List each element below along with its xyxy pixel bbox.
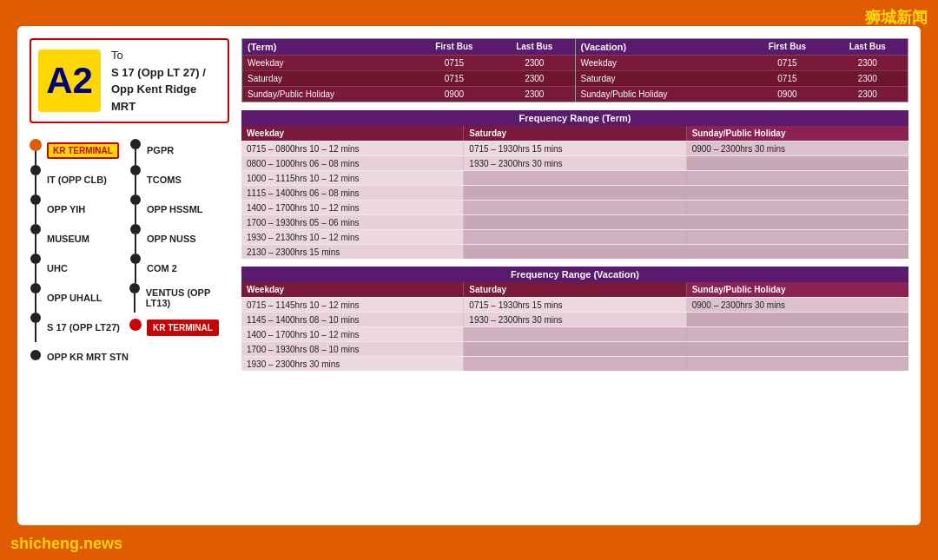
- freq-cell: [687, 357, 908, 371]
- freq-cell: [687, 327, 908, 341]
- stop-row: MUSEUM: [30, 224, 129, 254]
- freq-cell: [687, 215, 908, 229]
- stop-row: OPP HSSML: [129, 194, 229, 224]
- term-header: (Term) First Bus Last Bus: [242, 39, 575, 55]
- freq-vacation-header: Weekday Saturday Sunday/Public Holiday: [241, 282, 908, 297]
- stop-row: S 17 (OPP LT27): [30, 313, 129, 342]
- vac-row-saturday: Saturday 0715 2300: [576, 70, 908, 86]
- route-col-right: PGPR TCOMS OPP HSSML: [129, 135, 229, 372]
- stop-label-kr-terminal-end: KR TERMINAL: [147, 320, 219, 336]
- freq-cell: [464, 215, 686, 229]
- freq-cell: 0800 – 1000hrs 06 – 08 mins: [241, 156, 464, 170]
- freq-vac-col-weekday-header: Weekday: [241, 282, 464, 297]
- freq-cell: 0715 – 1930hrs 15 mins: [464, 142, 686, 155]
- freq-cell sunday-cell: 0900 – 2300hrs 30 mins: [687, 142, 908, 155]
- stop-dot: [130, 254, 141, 264]
- freq-cell: 1145 – 1400hrs 08 – 10 mins: [241, 313, 464, 326]
- sched-row-sunday: Sunday/Public Holiday 0900 2300: [242, 86, 575, 102]
- freq-term-row-7: 2130 – 2300hrs 15 mins: [241, 244, 908, 259]
- stop-label: PGPR: [147, 145, 174, 155]
- left-panel: A2 To S 17 (Opp LT 27) / Opp Kent Ridge …: [30, 38, 229, 513]
- freq-cell sunday-cell: 0900 – 2300hrs 30 mins: [687, 298, 908, 312]
- bus-header: A2 To S 17 (Opp LT 27) / Opp Kent Ridge …: [30, 38, 229, 123]
- stop-label: OPP UHALL: [47, 293, 102, 303]
- stop-row: OPP UHALL: [30, 283, 129, 313]
- right-panel: (Term) First Bus Last Bus Weekday 0715 2…: [241, 38, 908, 513]
- freq-vac-row-4: 1930 – 2300hrs 30 mins: [241, 356, 908, 371]
- freq-cell: 0715 – 1930hrs 15 mins: [464, 298, 686, 312]
- freq-cell: 1400 – 1700hrs 10 – 12 mins: [241, 201, 464, 214]
- stop-dot: [30, 350, 41, 360]
- freq-term-row-3: 1115 – 1400hrs 06 – 08 mins: [241, 185, 908, 200]
- freq-cell: 1700 – 1930hrs 05 – 06 mins: [241, 215, 464, 229]
- stop-row: VENTUS (OPP LT13): [129, 283, 229, 313]
- stop-dot: [30, 283, 41, 293]
- terminal-start-dot: [30, 139, 42, 151]
- stop-row: PGPR: [129, 135, 229, 165]
- stop-label: OPP YIH: [47, 204, 85, 214]
- stop-label: TCOMS: [147, 175, 182, 185]
- freq-term-header: Weekday Saturday Sunday/Public Holiday: [241, 126, 908, 141]
- freq-cell: [464, 171, 686, 185]
- stop-dot: [130, 139, 141, 149]
- stop-dot: [30, 165, 41, 175]
- freq-cell: 0715 – 0800hrs 10 – 12 mins: [241, 142, 464, 155]
- bus-badge: A2: [38, 49, 101, 112]
- freq-vac-row-3: 1700 – 1930hrs 08 – 10 mins: [241, 341, 908, 356]
- freq-cell: 1000 – 1115hrs 10 – 12 mins: [241, 171, 464, 185]
- stop-dot: [130, 165, 141, 175]
- vacation-half: (Vacation) First Bus Last Bus Weekday 07…: [576, 39, 908, 102]
- freq-cell: [687, 342, 908, 356]
- freq-cell: [687, 313, 908, 326]
- freq-col-weekday-header: Weekday: [241, 126, 464, 141]
- stop-row: TCOMS: [129, 165, 229, 194]
- freq-term-row-0: 0715 – 0800hrs 10 – 12 mins 0715 – 1930h…: [241, 141, 908, 155]
- stop-row: IT (OPP CLB): [30, 165, 129, 194]
- freq-cell: 1930 – 2300hrs 30 mins: [241, 357, 464, 371]
- route-map: KR TERMINAL IT (OPP CLB): [30, 135, 229, 372]
- freq-cell: [687, 230, 908, 244]
- stop-dot: [30, 313, 41, 323]
- sched-row-weekday: Weekday 0715 2300: [242, 55, 575, 70]
- stop-label: OPP HSSML: [147, 204, 203, 214]
- freq-cell: [464, 201, 686, 214]
- freq-vac-col-saturday-header: Saturday: [464, 282, 686, 297]
- freq-term-title: Frequency Range (Term): [241, 110, 908, 126]
- stop-row: KR TERMINAL: [30, 135, 129, 165]
- vac-row-weekday: Weekday 0715 2300: [576, 55, 908, 70]
- freq-cell: [464, 186, 686, 200]
- freq-cell: [464, 245, 686, 259]
- freq-vacation-section: Frequency Range (Vacation) Weekday Satur…: [241, 267, 908, 371]
- stop-label: IT (OPP CLB): [47, 175, 107, 185]
- watermark-top: 狮城新闻: [865, 7, 928, 28]
- freq-cell: [464, 357, 686, 371]
- freq-cell: 1930 – 2300hrs 30 mins: [464, 156, 686, 170]
- vac-row-sunday: Sunday/Public Holiday 0900 2300: [576, 86, 908, 102]
- stop-row: KR TERMINAL: [129, 313, 229, 342]
- route-col-left: KR TERMINAL IT (OPP CLB): [30, 135, 129, 372]
- sched-row-saturday: Saturday 0715 2300: [242, 70, 575, 86]
- stop-label: OPP NUSS: [147, 234, 196, 244]
- stop-label: VENTUS (OPP LT13): [146, 287, 229, 308]
- freq-cell: 1930 – 2300hrs 30 mins: [464, 313, 686, 326]
- freq-cell: [687, 171, 908, 185]
- stop-dot: [130, 194, 141, 205]
- freq-vac-col-sunday-header: Sunday/Public Holiday: [687, 282, 908, 297]
- freq-cell: [687, 186, 908, 200]
- terminal-end-dot: [129, 319, 142, 331]
- freq-term-section: Frequency Range (Term) Weekday Saturday …: [241, 110, 908, 259]
- freq-term-row-4: 1400 – 1700hrs 10 – 12 mins: [241, 200, 908, 214]
- stop-row: OPP NUSS: [129, 224, 229, 254]
- stop-dot: [30, 254, 41, 264]
- freq-term-row-2: 1000 – 1115hrs 10 – 12 mins: [241, 170, 908, 185]
- freq-vac-row-2: 1400 – 1700hrs 10 – 12 mins: [241, 326, 908, 341]
- stop-label-kr-terminal: KR TERMINAL: [47, 142, 119, 159]
- freq-cell: 2130 – 2300hrs 15 mins: [241, 245, 464, 259]
- stop-label: MUSEUM: [47, 234, 89, 244]
- freq-cell: [687, 245, 908, 259]
- freq-vac-row-0: 0715 – 1145hrs 10 – 12 mins 0715 – 1930h…: [241, 297, 908, 312]
- watermark-bottom: shicheng.news: [10, 535, 122, 553]
- stop-dot: [130, 224, 141, 234]
- freq-cell: [464, 342, 686, 356]
- freq-cell: 1930 – 2130hrs 10 – 12 mins: [241, 230, 464, 244]
